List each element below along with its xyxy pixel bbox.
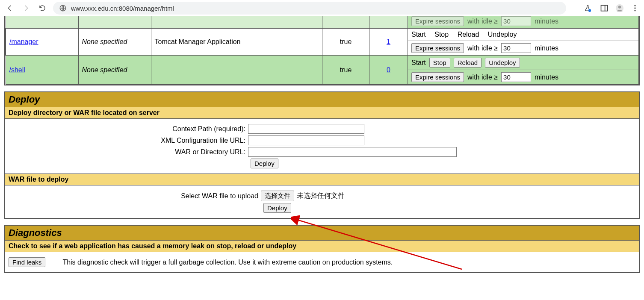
context-path-input[interactable]: [248, 124, 364, 134]
undeploy-button[interactable]: Undeploy: [485, 58, 520, 68]
menu-icon[interactable]: [630, 3, 640, 13]
context-path-label: Context Path (required):: [9, 125, 248, 133]
idle-input[interactable]: [501, 72, 531, 82]
version-cell: None specified: [78, 56, 151, 85]
svg-point-6: [634, 7, 635, 9]
deploy-upload-button[interactable]: Deploy: [263, 203, 291, 213]
svg-point-5: [634, 5, 635, 6]
start-text: Start: [411, 59, 426, 67]
running-cell: true: [322, 29, 369, 56]
stop-button[interactable]: Stop: [429, 58, 450, 68]
svg-point-7: [634, 10, 635, 11]
url-bar[interactable]: [53, 2, 566, 15]
minutes-label: minutes: [535, 44, 558, 52]
svg-rect-1: [601, 5, 608, 11]
display-name-cell: [151, 56, 322, 85]
minutes-label: minutes: [535, 18, 558, 25]
svg-point-4: [618, 6, 621, 9]
idle-label: with idle ≥: [467, 44, 498, 52]
globe-icon: [59, 4, 67, 12]
find-leaks-button[interactable]: Find leaks: [9, 257, 45, 267]
version-cell: None specified: [78, 29, 151, 56]
war-url-input[interactable]: [248, 147, 457, 157]
profile-icon[interactable]: [615, 3, 624, 13]
reload-text: Reload: [458, 31, 479, 38]
idle-input[interactable]: [501, 16, 531, 26]
display-name-cell: Tomcat Manager Application: [151, 29, 322, 56]
idle-label: with idle ≥: [467, 74, 498, 81]
no-file-text: 未选择任何文件: [297, 191, 345, 200]
undeploy-text: Undeploy: [488, 31, 517, 38]
upload-label: Select WAR file to upload: [9, 192, 261, 200]
deploy-subtitle-upload: WAR file to deploy: [5, 174, 639, 185]
table-row: Expire sessions with idle ≥ minutes: [6, 16, 639, 29]
deploy-section: Deploy Deploy directory or WAR file loca…: [4, 91, 640, 219]
browser-toolbar: [0, 0, 644, 16]
xml-config-label: XML Configuration file URL:: [9, 137, 248, 144]
deploy-subtitle-server: Deploy directory or WAR file located on …: [5, 107, 639, 119]
diagnostics-subtitle: Check to see if a web application has ca…: [5, 241, 639, 252]
table-row: /shell None specified true 0 Start Stop …: [6, 56, 639, 85]
diagnostics-title: Diagnostics: [5, 225, 639, 241]
deploy-title: Deploy: [5, 92, 639, 107]
minutes-label: minutes: [535, 74, 558, 81]
panel-icon[interactable]: [600, 3, 609, 13]
reload-button[interactable]: Reload: [454, 58, 482, 68]
diagnostics-section: Diagnostics Check to see if a web applic…: [4, 225, 640, 273]
xml-config-input[interactable]: [248, 135, 364, 145]
choose-file-button[interactable]: 选择文件: [261, 191, 294, 201]
stop-text: Stop: [434, 31, 449, 38]
expire-sessions-button[interactable]: Expire sessions: [411, 16, 464, 26]
sessions-link[interactable]: 1: [387, 38, 390, 45]
idle-input[interactable]: [501, 43, 531, 53]
war-url-label: WAR or Directory URL:: [9, 148, 248, 156]
forward-button[interactable]: [21, 3, 32, 14]
diagnostics-text: This diagnostic check will trigger a ful…: [62, 259, 393, 266]
sessions-link[interactable]: 0: [387, 66, 390, 74]
table-row: /manager None specified Tomcat Manager A…: [6, 29, 639, 56]
flask-icon[interactable]: [584, 3, 594, 13]
context-path-link[interactable]: /shell: [9, 66, 25, 74]
idle-label: with idle ≥: [467, 18, 498, 25]
context-path-link[interactable]: /manager: [9, 38, 38, 45]
expire-sessions-button[interactable]: Expire sessions: [411, 72, 464, 82]
deploy-button[interactable]: Deploy: [251, 159, 278, 168]
running-cell: true: [322, 56, 369, 85]
expire-sessions-button[interactable]: Expire sessions: [411, 43, 464, 53]
url-input[interactable]: [70, 4, 560, 12]
start-text: Start: [411, 31, 426, 38]
back-button[interactable]: [4, 3, 15, 14]
applications-table: Expire sessions with idle ≥ minutes /man…: [5, 16, 639, 85]
reload-button[interactable]: [37, 3, 48, 14]
